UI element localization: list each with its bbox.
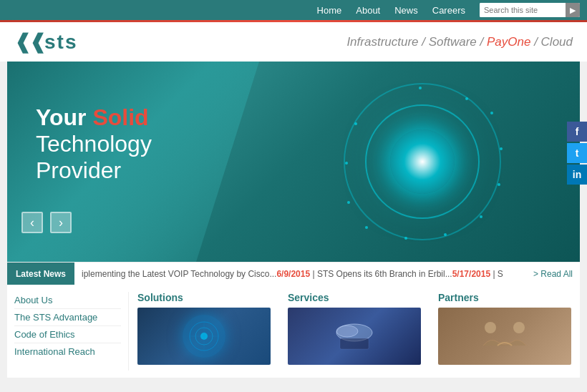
news-sep: | STS Opens its 6th Branch in Erbil...	[310, 269, 452, 279]
news-content: iplementing the Latest VOIP Technology b…	[74, 269, 526, 279]
nav-careers[interactable]: Careers	[432, 5, 465, 16]
solutions-section: Solutions	[129, 292, 279, 371]
bottom-section: About Us The STS Advantage Code of Ethic…	[7, 285, 580, 378]
svg-point-9	[513, 322, 525, 333]
hero-visual	[322, 69, 523, 255]
news-suffix: | S	[490, 269, 503, 279]
svg-point-0	[190, 322, 218, 351]
svg-point-1	[195, 328, 213, 345]
partners-section: Partners	[430, 292, 580, 371]
logo-icon: ❰❰	[14, 30, 44, 54]
logo-text: sts	[44, 31, 77, 54]
search-button[interactable]: ▶	[566, 3, 580, 17]
services-icon	[333, 318, 376, 354]
news-readall[interactable]: > Read All	[526, 269, 580, 279]
solutions-title: Solutions	[137, 292, 271, 303]
content-columns: Solutions Services	[129, 292, 580, 371]
hero-your: Your	[36, 104, 92, 130]
facebook-button[interactable]: f	[567, 122, 587, 142]
svg-point-6	[336, 325, 358, 337]
partners-image[interactable]	[438, 308, 571, 365]
solutions-image[interactable]	[137, 308, 271, 365]
search-bar: ▶	[480, 3, 580, 17]
news-date2: 5/17/2015	[452, 269, 490, 279]
services-image[interactable]	[288, 308, 421, 365]
hero-banner: Your Solid Technology Provider ‹ ›	[7, 62, 580, 262]
news-label: Latest News	[7, 263, 74, 285]
hero-line3: Provider	[36, 157, 152, 184]
sidebar-sts-advantage[interactable]: The STS Advantage	[14, 309, 121, 326]
svg-rect-7	[340, 338, 369, 349]
site-header: ❰❰ sts Infrastructure / Software / PayOn…	[0, 22, 587, 62]
sidebar-international-reach[interactable]: International Reach	[14, 343, 121, 360]
news-date1: 6/9/2015	[276, 269, 310, 279]
top-navigation: Home About News Careers ▶	[0, 0, 587, 20]
twitter-button[interactable]: t	[567, 143, 587, 163]
linkedin-button[interactable]: in	[567, 165, 587, 185]
solutions-icon	[183, 315, 225, 358]
svg-point-2	[200, 333, 208, 340]
sidebar-code-of-ethics[interactable]: Code of Ethics	[14, 326, 121, 343]
nav-about[interactable]: About	[356, 5, 380, 16]
hero-text: Your Solid Technology Provider	[36, 104, 152, 184]
services-title: Services	[288, 292, 421, 303]
hero-line2: Technology	[36, 131, 152, 157]
circle-inner	[390, 129, 455, 194]
nav-news[interactable]: News	[394, 5, 418, 16]
news-item1: iplementing the Latest VOIP Technology b…	[82, 269, 276, 279]
logo[interactable]: ❰❰ sts	[14, 30, 77, 54]
tagline: Infrastructure / Software / PayOne / Clo…	[346, 35, 573, 49]
news-ticker: Latest News iplementing the Latest VOIP …	[7, 262, 580, 285]
nav-home[interactable]: Home	[317, 5, 342, 16]
services-section: Services	[279, 292, 430, 371]
social-sidebar: f t in	[567, 122, 587, 185]
svg-point-8	[485, 322, 496, 333]
carousel-next[interactable]: ›	[50, 212, 72, 233]
partners-title: Partners	[438, 292, 571, 303]
search-input[interactable]	[480, 3, 566, 17]
partners-icon	[480, 317, 530, 356]
carousel-prev[interactable]: ‹	[21, 212, 43, 233]
left-sidebar: About Us The STS Advantage Code of Ethic…	[7, 292, 129, 371]
sidebar-about-us[interactable]: About Us	[14, 292, 121, 309]
hero-solid: Solid	[92, 104, 148, 130]
